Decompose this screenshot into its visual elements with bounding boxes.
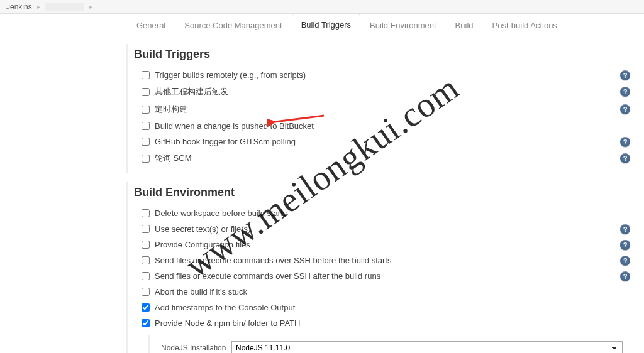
env-timestamps-checkbox[interactable] <box>142 303 150 312</box>
env-delete-ws-row: Delete workspace before build starts <box>128 205 641 221</box>
trigger-timer-row: 定时构建 ? <box>128 100 641 118</box>
section-title: Build Environment <box>134 186 641 199</box>
section-title: Build Triggers <box>134 48 641 61</box>
tab-build-environment[interactable]: Build Environment <box>360 14 446 36</box>
content: General Source Code Management Build Tri… <box>0 14 644 353</box>
env-ssh-after-checkbox[interactable] <box>142 272 150 280</box>
trigger-bitbucket-label[interactable]: Build when a change is pushed to BitBuck… <box>155 121 314 131</box>
env-config-files-checkbox[interactable] <box>142 241 150 249</box>
env-node-path-checkbox[interactable] <box>142 319 150 327</box>
env-secret-row: Use secret text(s) or file(s) ? <box>128 221 641 237</box>
trigger-timer-checkbox[interactable] <box>142 106 150 114</box>
help-icon[interactable]: ? <box>620 271 630 281</box>
trigger-github-row: GitHub hook trigger for GITScm polling ? <box>128 134 641 149</box>
env-timestamps-row: Add timestamps to the Console Output <box>128 300 641 315</box>
env-ssh-before-row: Send files or execute commands over SSH … <box>128 253 641 268</box>
trigger-timer-label[interactable]: 定时构建 <box>155 104 187 115</box>
env-ssh-after-row: Send files or execute commands over SSH … <box>128 268 641 284</box>
env-config-files-row: Provide Configuration files true ? <box>128 237 641 253</box>
side-panel <box>0 14 126 353</box>
env-secret-checkbox[interactable] <box>142 225 150 233</box>
trigger-remotely-row: Trigger builds remotely (e.g., from scri… <box>128 67 641 83</box>
chevron-right-icon: ▸ <box>37 3 40 10</box>
chevron-right-icon: ▸ <box>89 3 92 10</box>
tab-build-triggers[interactable]: Build Triggers <box>292 14 360 36</box>
env-abort-stuck-checkbox[interactable] <box>142 288 150 296</box>
help-icon[interactable]: ? <box>620 224 630 234</box>
env-timestamps-label[interactable]: Add timestamps to the Console Output <box>155 303 295 312</box>
breadcrumb-item-redacted[interactable] <box>45 3 84 11</box>
help-icon[interactable]: ? <box>620 87 630 97</box>
env-node-path-label[interactable]: Provide Node & npm bin/ folder to PATH <box>155 318 300 328</box>
nodejs-install-row: NodeJS Installation NodeJS 11.11.0 <box>150 340 630 353</box>
env-delete-ws-checkbox[interactable] <box>142 209 150 217</box>
trigger-upstream-row: 其他工程构建后触发 ? <box>128 83 641 100</box>
help-icon[interactable]: ? <box>620 137 630 147</box>
trigger-github-label[interactable]: GitHub hook trigger for GITScm polling <box>155 137 296 146</box>
nodejs-install-select[interactable]: NodeJS 11.11.0 <box>231 341 623 353</box>
trigger-bitbucket-row: Build when a change is pushed to BitBuck… <box>128 118 641 134</box>
env-abort-stuck-row: Abort the build if it's stuck <box>128 284 641 300</box>
trigger-remotely-checkbox[interactable] <box>142 71 150 79</box>
section-build-environment: Build Environment Delete workspace befor… <box>126 182 641 353</box>
help-icon[interactable]: ? <box>620 70 630 80</box>
trigger-pollscm-checkbox[interactable] <box>142 155 150 163</box>
tab-general[interactable]: General <box>127 14 175 36</box>
config-tabs: General Source Code Management Build Tri… <box>126 14 641 35</box>
env-ssh-before-checkbox[interactable] <box>142 256 150 264</box>
help-icon[interactable]: ? <box>620 256 630 266</box>
trigger-pollscm-label[interactable]: 轮询 SCM <box>155 153 192 164</box>
tab-post-build[interactable]: Post-build Actions <box>483 14 567 36</box>
section-build-triggers: Build Triggers Trigger builds remotely (… <box>126 44 641 173</box>
env-node-path-row: Provide Node & npm bin/ folder to PATH <box>128 315 641 331</box>
breadcrumb-root[interactable]: Jenkins <box>6 3 32 11</box>
help-icon[interactable]: ? <box>620 153 630 163</box>
env-ssh-before-label[interactable]: Send files or execute commands over SSH … <box>155 256 391 265</box>
main-panel: General Source Code Management Build Tri… <box>126 14 644 353</box>
env-secret-label[interactable]: Use secret text(s) or file(s) <box>155 224 250 234</box>
env-config-files-label[interactable]: Provide Configuration files <box>155 240 250 249</box>
trigger-upstream-checkbox[interactable] <box>142 88 150 96</box>
nodejs-install-label: NodeJS Installation <box>157 344 231 352</box>
trigger-bitbucket-checkbox[interactable] <box>142 122 150 130</box>
trigger-upstream-label[interactable]: 其他工程构建后触发 <box>155 86 228 97</box>
env-ssh-after-label[interactable]: Send files or execute commands over SSH … <box>155 271 380 281</box>
trigger-github-checkbox[interactable] <box>142 138 150 146</box>
tab-scm[interactable]: Source Code Management <box>175 14 291 36</box>
trigger-pollscm-row: 轮询 SCM ? <box>128 149 641 167</box>
env-delete-ws-label[interactable]: Delete workspace before build starts <box>155 209 287 218</box>
help-icon[interactable]: ? <box>620 240 630 250</box>
tab-build[interactable]: Build <box>446 14 483 36</box>
trigger-remotely-label[interactable]: Trigger builds remotely (e.g., from scri… <box>155 70 306 80</box>
nodejs-config-block: NodeJS Installation NodeJS 11.11.0 Speci… <box>148 335 630 353</box>
breadcrumb: Jenkins ▸ ▸ <box>0 0 644 14</box>
help-icon[interactable]: ? <box>620 104 630 114</box>
env-abort-stuck-label[interactable]: Abort the build if it's stuck <box>155 287 247 296</box>
